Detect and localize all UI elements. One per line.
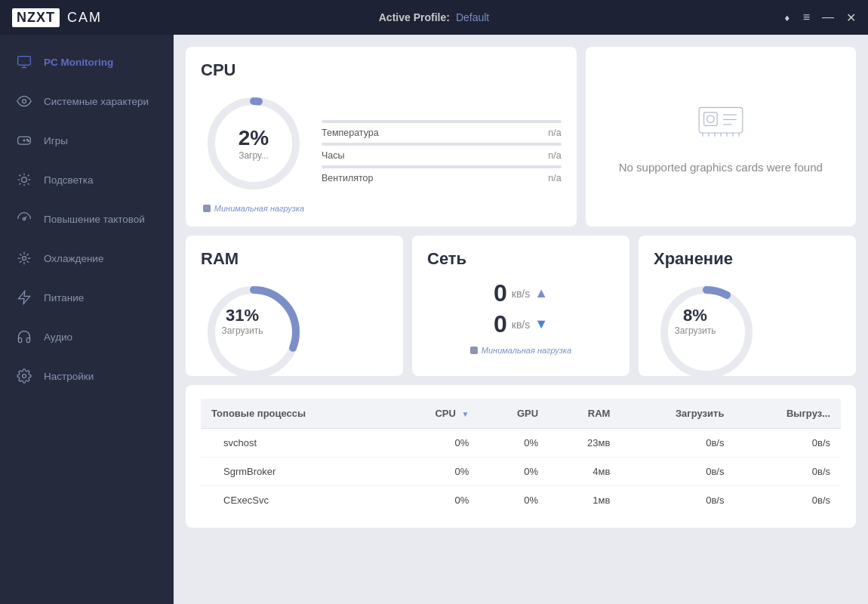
svg-point-8 [28, 140, 29, 142]
profile-switch-button[interactable]: ⬧ [783, 11, 791, 24]
cpu-gauge-text: 2% Загру... [239, 126, 269, 161]
process-upload: 0в/s [620, 458, 734, 486]
svg-point-7 [26, 139, 28, 140]
svg-line-15 [28, 183, 29, 185]
cpu-min-load-label: Минимальная нагрузка [214, 204, 304, 213]
sidebar-item-power[interactable]: Питание [0, 278, 174, 317]
table-row: SgrmBroker 0% 0% 4мв 0в/s 0в/s [201, 458, 841, 486]
titlebar: NZXT CAM Active Profile: Default ⬧ ≡ — ✕ [0, 0, 868, 35]
sidebar-item-label: Игры [44, 135, 68, 146]
content-area: CPU 2% Загру... [174, 35, 868, 604]
cpu-stat-temperature: Температура n/a [322, 120, 562, 138]
stat-value: n/a [548, 128, 561, 138]
ram-inner: 31% Загрузить [201, 279, 388, 362]
close-button[interactable]: ✕ [846, 11, 856, 25]
active-profile-display: Active Profile: Default [379, 11, 490, 23]
process-download: 0в/s [734, 429, 841, 458]
sidebar-item-label: Аудио [44, 331, 72, 343]
stat-label: Вентилятор [322, 173, 373, 183]
stat-value: n/a [548, 173, 561, 183]
sidebar-item-overclock[interactable]: Повышение тактовой [0, 199, 174, 239]
download-arrow-icon: ▼ [534, 316, 548, 332]
sidebar-item-label: Настройки [44, 371, 94, 382]
storage-load-label: Загрузить [675, 325, 716, 336]
col-header-gpu: GPU [479, 399, 549, 429]
net-upload-row: 0 кв/s ▲ [494, 279, 548, 307]
cpu-card: CPU 2% Загру... [186, 47, 577, 226]
svg-rect-0 [18, 57, 31, 66]
cpu-load-label: Загру... [239, 150, 269, 161]
sidebar-item-pc-monitoring[interactable]: PC Monitoring [0, 42, 174, 82]
window-controls: ⬧ ≡ — ✕ [783, 11, 856, 25]
sidebar-item-system-specs[interactable]: Системные характери [0, 82, 174, 121]
process-download: 0в/s [734, 458, 841, 486]
sun-icon [15, 171, 33, 189]
sidebar-item-cooling[interactable]: Охлаждение [0, 239, 174, 278]
sidebar-item-lighting[interactable]: Подсветка [0, 160, 174, 199]
power-icon [15, 288, 33, 307]
net-min-load: Минимальная нагрузка [470, 346, 571, 355]
process-name: CExecSvc [201, 486, 389, 515]
cooling-icon [15, 249, 33, 267]
headphones-icon [15, 328, 33, 346]
svg-point-9 [22, 177, 27, 183]
gpu-icon [697, 97, 745, 148]
col-header-cpu[interactable]: CPU ▼ [389, 399, 479, 429]
sidebar-item-label: PC Monitoring [44, 57, 113, 68]
settings-icon [15, 367, 33, 385]
table-row: svchost 0% 0% 23мв 0в/s 0в/s [201, 429, 841, 458]
minimize-button[interactable]: — [822, 11, 834, 24]
net-download-row: 0 кв/s ▼ [494, 310, 548, 338]
stat-label: Часы [322, 150, 345, 161]
cpu-stats: Температура n/a Часы n/a [322, 120, 562, 183]
svg-rect-23 [699, 107, 743, 133]
process-table-body: svchost 0% 0% 23мв 0в/s 0в/s SgrmBroker … [201, 429, 841, 515]
sidebar-item-games[interactable]: Игры [0, 121, 174, 160]
cpu-min-load: Минимальная нагрузка [203, 204, 304, 213]
top-row: CPU 2% Загру... [186, 47, 856, 226]
cpu-percent: 2% [239, 126, 269, 150]
svg-line-16 [28, 175, 29, 177]
sidebar-item-label: Питание [44, 292, 84, 304]
sidebar-item-label: Повышение тактовой [44, 214, 145, 225]
sidebar-item-audio[interactable]: Аудио [0, 317, 174, 356]
process-upload: 0в/s [620, 486, 734, 515]
storage-percent: 8% [675, 306, 716, 325]
col-header-ram: RAM [549, 399, 620, 429]
net-upload-unit: кв/s [512, 288, 530, 300]
main-layout: PC Monitoring Системные характери Игры П… [0, 35, 868, 604]
monitor-icon [15, 53, 33, 71]
sidebar-item-settings[interactable]: Настройки [0, 356, 174, 396]
network-card: Сеть 0 кв/s ▲ 0 кв/s ▼ Минимальная нагр [412, 236, 629, 376]
net-title: Сеть [427, 249, 614, 269]
menu-button[interactable]: ≡ [803, 11, 810, 24]
process-name: SgrmBroker [201, 458, 389, 486]
gamepad-icon [15, 131, 33, 149]
svg-point-20 [23, 374, 26, 378]
app-logo: NZXT CAM [12, 8, 102, 27]
process-ram: 23мв [549, 429, 620, 458]
cpu-sort-icon: ▼ [461, 410, 469, 418]
net-upload-value: 0 [494, 279, 507, 307]
storage-inner: 8% Загрузить [654, 279, 841, 362]
process-ram: 4мв [549, 458, 620, 486]
active-profile-value: Default [456, 11, 489, 23]
ram-gauge-text: 31% Загрузить [222, 306, 263, 336]
net-download-unit: кв/s [512, 319, 530, 331]
col-header-upload: Загрузить [620, 399, 734, 429]
eye-icon [15, 92, 33, 110]
svg-point-25 [706, 116, 714, 123]
process-name: svchost [201, 429, 389, 458]
cpu-gauge: 2% Загру... [201, 91, 306, 196]
cpu-stat-fan: Вентилятор n/a [322, 165, 562, 183]
stat-label: Температура [322, 128, 379, 138]
process-ram: 1мв [549, 486, 620, 515]
svg-rect-24 [703, 112, 717, 126]
sidebar-item-label: Системные характери [44, 96, 149, 107]
min-load-dot [203, 205, 211, 212]
active-profile-label: Active Profile: [379, 11, 450, 23]
storage-title: Хранение [654, 249, 841, 269]
net-min-load-dot [470, 347, 478, 354]
net-min-load-label: Минимальная нагрузка [482, 346, 571, 355]
cpu-stat-clock: Часы n/a [322, 143, 562, 161]
